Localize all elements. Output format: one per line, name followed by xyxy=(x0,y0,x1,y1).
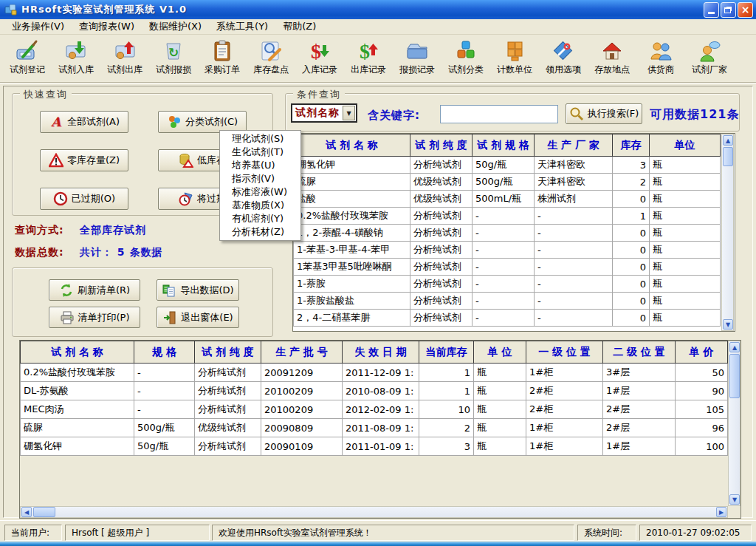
table-row[interactable]: 0.2%盐酸付玫瑰苯胺分析纯试剂--1瓶 xyxy=(294,208,721,225)
menu-item-organic-solvent[interactable]: 有机溶剂(Y) xyxy=(220,212,300,225)
column-header[interactable]: 二 级 位 置 xyxy=(603,341,676,364)
reagent-inbound-icon xyxy=(64,39,88,63)
table-cell: 瓶 xyxy=(650,259,721,276)
toolbar-reagent-damage[interactable]: ↻ 试剂报损 xyxy=(149,38,198,76)
detail-table-vscrollbar[interactable]: ▲ ▼ xyxy=(728,341,740,506)
export-data-button[interactable]: 导出数据(D) xyxy=(157,279,239,301)
menu-reports[interactable]: 查询报表(W) xyxy=(72,18,142,35)
table-row[interactable]: DL-苏氨酸-分析纯试剂201002092010-08-09 1:1瓶2#柜1#… xyxy=(21,382,728,400)
toolbar-purchase-order[interactable]: 采购订单 xyxy=(198,38,247,76)
table-row[interactable]: 1-萘胺盐酸盐分析纯试剂--0瓶 xyxy=(294,293,721,310)
scroll-right-icon[interactable]: ▶ xyxy=(716,507,726,517)
scroll-thumb[interactable] xyxy=(33,507,55,517)
toolbar-inbound-records[interactable]: $ 入库记录 xyxy=(295,38,344,76)
column-header[interactable]: 试 剂 规 格 xyxy=(472,134,535,157)
menu-item-biochem[interactable]: 生化试剂(T) xyxy=(220,146,300,159)
stock-table: 试 剂 名 称 试 剂 纯 度 试 剂 规 格 生 产 厂 家 库存 单位 硼氢… xyxy=(293,134,721,327)
column-header[interactable]: 当前库存 xyxy=(419,341,474,364)
toolbar-stock-check[interactable]: 库存盘点 xyxy=(247,38,295,76)
refresh-list-button[interactable]: 刷新清单(R) xyxy=(49,279,140,301)
table-row[interactable]: 1-苯基-3-甲基-4-苯甲分析纯试剂--0瓶 xyxy=(294,242,721,259)
table-row[interactable]: 1-萘胺分析纯试剂--0瓶 xyxy=(294,276,721,293)
menu-system-tools[interactable]: 系统工具(Y) xyxy=(209,18,275,35)
column-header[interactable]: 单 价 xyxy=(676,341,728,364)
print-list-button[interactable]: 清单打印(P) xyxy=(49,307,140,328)
table-row[interactable]: 1苯基3甲基5吡唑啉酮分析纯试剂--0瓶 xyxy=(294,259,721,276)
all-reagents-button[interactable]: A 全部试剂(A) xyxy=(40,111,128,133)
column-header[interactable]: 库存 xyxy=(613,134,650,157)
column-header[interactable]: 试 剂 名 称 xyxy=(21,341,134,364)
clock-icon xyxy=(53,191,68,206)
chevron-down-icon[interactable]: ▼ xyxy=(343,106,355,120)
search-field-select[interactable]: 试剂名称 ▼ xyxy=(291,103,357,123)
table-row[interactable]: MEC肉汤-分析纯试剂201002092012-02-09 1:10瓶2#柜2#… xyxy=(21,400,728,419)
column-header[interactable]: 单 位 xyxy=(474,341,526,364)
table-row[interactable]: 硼氢化钾分析纯试剂50g/瓶天津科密欧3瓶 xyxy=(294,157,721,174)
menu-data-maintenance[interactable]: 数据维护(X) xyxy=(142,18,209,35)
scroll-left-icon[interactable]: ◀ xyxy=(21,507,32,517)
keyword-label: 含关键字: xyxy=(368,109,420,123)
menu-item-reference-material[interactable]: 基准物质(X) xyxy=(220,199,300,212)
column-header[interactable]: 单位 xyxy=(650,134,721,157)
toolbar-reagent-register[interactable]: 试剂登记 xyxy=(3,38,52,76)
toolbar-label: 入库记录 xyxy=(302,64,337,76)
scroll-down-icon[interactable]: ▼ xyxy=(729,494,740,505)
menu-item-indicator[interactable]: 指示剂(V) xyxy=(220,172,300,185)
column-header[interactable]: 规 格 xyxy=(134,341,195,364)
toolbar-reagent-inbound[interactable]: 试剂入库 xyxy=(52,38,100,76)
table-cell: 瓶 xyxy=(650,157,721,174)
stock-table-vscrollbar[interactable]: ▲ ▼ xyxy=(721,134,734,331)
toolbar-label: 试剂厂家 xyxy=(692,64,727,76)
table-cell: 分析纯试剂 xyxy=(410,276,472,293)
table-row[interactable]: 硫脲优级纯试剂500g/瓶天津科密欧2瓶 xyxy=(294,174,721,191)
exit-window-button[interactable]: 退出窗体(E) xyxy=(157,307,239,328)
table-cell: 瓶 xyxy=(650,293,721,310)
table-cell: - xyxy=(472,276,535,293)
menu-item-culture-medium[interactable]: 培养基(U) xyxy=(220,159,300,172)
restore-button[interactable] xyxy=(721,2,736,18)
toolbar-requisition-options[interactable]: 领用选项 xyxy=(539,38,588,76)
menu-item-physchem[interactable]: 理化试剂(S) xyxy=(220,132,300,146)
column-header[interactable]: 试 剂 纯 度 xyxy=(195,341,261,364)
toolbar-reagent-category[interactable]: 试剂分类 xyxy=(441,38,490,76)
scroll-down-icon[interactable]: ▼ xyxy=(723,319,733,330)
toolbar-reagent-outbound[interactable]: 试剂出库 xyxy=(100,38,149,76)
refresh-icon xyxy=(59,283,74,298)
column-header[interactable]: 试 剂 纯 度 xyxy=(410,134,472,157)
column-header[interactable]: 一 级 位 置 xyxy=(526,341,603,364)
minimize-button[interactable] xyxy=(704,2,719,18)
menu-business[interactable]: 业务操作(V) xyxy=(4,18,72,35)
table-row[interactable]: 0.2%盐酸付玫瑰苯胺-分析纯试剂200912092011-12-09 1:1瓶… xyxy=(21,364,728,382)
menu-item-standard-solution[interactable]: 标准溶液(W) xyxy=(220,185,300,199)
toolbar-outbound-records[interactable]: $ 出库记录 xyxy=(344,38,393,76)
close-button[interactable]: × xyxy=(738,2,753,18)
table-row[interactable]: 硼氢化钾50g/瓶分析纯试剂200901092011-01-09 1:3瓶1#柜… xyxy=(21,437,728,456)
menu-help[interactable]: 帮助(Z) xyxy=(275,18,323,35)
expired-button[interactable]: 已过期(O) xyxy=(40,188,128,210)
toolbar-manufacturer[interactable]: 试剂厂家 xyxy=(685,38,734,76)
column-header[interactable]: 失 效 日 期 xyxy=(343,341,419,364)
table-row[interactable]: 1，2-萘醌-4-磺酸钠分析纯试剂--0瓶 xyxy=(294,225,721,242)
toolbar-supplier[interactable]: 供货商 xyxy=(636,38,685,76)
detail-table-hscrollbar[interactable]: ◀ ▶ xyxy=(20,506,728,518)
table-row[interactable]: 硫脲500g/瓶优级纯试剂200908092011-08-09 1:2瓶1#柜2… xyxy=(21,419,728,437)
toolbar-storage-location[interactable]: 存放地点 xyxy=(588,38,636,76)
query-mode-label: 查询方式: xyxy=(15,224,64,237)
table-row[interactable]: 盐酸优级纯试剂500mL/瓶株洲试剂0瓶 xyxy=(294,191,721,208)
column-header[interactable]: 试 剂 名 称 xyxy=(294,134,410,157)
warning-triangle-icon xyxy=(49,153,63,168)
scroll-up-icon[interactable]: ▲ xyxy=(729,342,740,352)
menu-item-analysis-consumable[interactable]: 分析耗材(Z) xyxy=(220,225,300,239)
zero-stock-button[interactable]: 零库存量(Z) xyxy=(40,149,128,171)
toolbar-label: 报损记录 xyxy=(399,64,435,76)
column-header[interactable]: 生 产 厂 家 xyxy=(535,134,613,157)
scroll-thumb[interactable] xyxy=(723,147,733,166)
toolbar-count-unit[interactable]: 计数单位 xyxy=(490,38,539,76)
scroll-thumb[interactable] xyxy=(729,354,740,398)
column-header[interactable]: 生 产 批 号 xyxy=(261,341,343,364)
toolbar-damage-records[interactable]: 报损记录 xyxy=(393,38,441,76)
keyword-input[interactable] xyxy=(440,105,558,123)
table-row[interactable]: 2，4-二硝基苯肼分析纯试剂--0瓶 xyxy=(294,310,721,327)
scroll-up-icon[interactable]: ▲ xyxy=(723,135,733,146)
execute-search-button[interactable]: 执行搜索(F) xyxy=(566,103,642,124)
